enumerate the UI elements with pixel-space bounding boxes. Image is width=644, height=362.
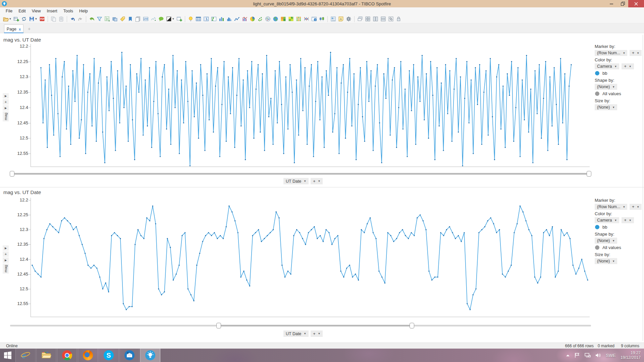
maximize-visualization-icon[interactable] — [387, 15, 395, 23]
marker-by-add-button[interactable]: + ▼ — [630, 204, 642, 210]
histogram-icon[interactable] — [225, 15, 233, 23]
pages-icon[interactable] — [134, 15, 142, 23]
marker-by-add-button[interactable]: + ▼ — [630, 50, 642, 56]
x-range-slider-handle-right[interactable] — [587, 171, 591, 177]
taskbar-chrome[interactable] — [57, 349, 77, 362]
cascade-windows-icon[interactable] — [356, 15, 364, 23]
x-range-slider-handle-left[interactable] — [216, 323, 221, 328]
tile-windows-icon[interactable] — [364, 15, 372, 23]
new-page-button[interactable]: + — [26, 26, 32, 32]
sparkline-icon[interactable] — [150, 15, 157, 23]
color-by-dropdown[interactable]: Camera ▼ — [595, 217, 619, 223]
combination-chart-icon[interactable] — [241, 15, 249, 23]
open-file-icon[interactable]: ▼ — [2, 15, 12, 23]
tray-network-icon[interactable] — [585, 353, 591, 358]
export-pdf-icon[interactable]: PDF — [38, 15, 46, 23]
back-icon[interactable] — [88, 15, 96, 23]
comment-icon[interactable] — [157, 15, 165, 23]
start-button[interactable] — [0, 349, 15, 362]
tray-expand-icon[interactable] — [566, 354, 570, 357]
line-chart-plot[interactable] — [31, 44, 590, 167]
paste-icon[interactable] — [57, 15, 65, 23]
details-icon[interactable]: i — [310, 15, 318, 23]
taskbar-internet-explorer[interactable]: e — [15, 349, 36, 362]
shape-by-dropdown[interactable]: (None) ▼ — [595, 84, 617, 90]
heat-map-icon[interactable] — [287, 15, 295, 23]
color-legend-item[interactable]: bb — [595, 225, 644, 230]
refresh-icon[interactable] — [20, 15, 28, 23]
size-by-dropdown[interactable]: (None) ▼ — [595, 104, 617, 110]
undo-icon[interactable] — [69, 15, 76, 23]
layers-icon[interactable] — [111, 15, 119, 23]
settings-icon[interactable] — [345, 15, 353, 23]
x-range-slider-handle-right[interactable] — [410, 323, 414, 328]
treemap-icon[interactable] — [279, 15, 287, 23]
y-axis-expand2-icon[interactable]: ▶ — [3, 105, 9, 111]
marker-by-dropdown[interactable]: (Row Num... ▼ — [595, 204, 627, 210]
taskbar-file-explorer[interactable] — [36, 349, 56, 362]
kpi-chart-icon[interactable] — [295, 15, 303, 23]
summary-table-icon[interactable]: Σ — [202, 15, 210, 23]
add-data-table-icon[interactable] — [12, 15, 20, 23]
menu-help[interactable]: Help — [76, 9, 91, 13]
x-axis-dropdown[interactable]: UT Date ▼ — [283, 178, 309, 184]
size-by-dropdown[interactable]: (None) ▼ — [595, 258, 617, 264]
annotation-icon[interactable]: A — [337, 15, 345, 23]
tab-page[interactable]: Page x — [4, 24, 23, 33]
bookmark-icon[interactable] — [126, 15, 134, 23]
map-chart-icon[interactable] — [272, 15, 279, 23]
x-range-slider-selection[interactable] — [219, 325, 412, 326]
tray-language[interactable]: SWE — [606, 353, 616, 358]
tile-horizontal-icon[interactable] — [379, 15, 387, 23]
minimize-button[interactable] — [606, 0, 617, 7]
bar-chart-icon[interactable] — [218, 15, 225, 23]
redo-icon[interactable] — [76, 15, 84, 23]
filter-icon[interactable] — [96, 15, 103, 23]
table-icon[interactable] — [195, 15, 202, 23]
menu-edit[interactable]: Edit — [15, 9, 29, 13]
marker-by-dropdown[interactable]: (Row Num... ▼ — [595, 50, 627, 56]
html-icon[interactable]: HTTP — [142, 15, 150, 23]
y-axis-add-button[interactable]: + — [3, 99, 9, 105]
save-icon[interactable]: ▼ — [28, 15, 38, 23]
tray-volume-icon[interactable] — [595, 353, 601, 358]
x-range-slider-selection[interactable] — [12, 173, 589, 175]
taskbar-firefox[interactable] — [78, 349, 98, 362]
x-axis-add-button[interactable]: + ▼ — [311, 330, 323, 337]
y-axis-label[interactable]: mag — [3, 263, 9, 274]
box-plot-icon[interactable] — [318, 15, 326, 23]
all-values-legend-item[interactable]: All values — [595, 91, 644, 96]
all-values-legend-item[interactable]: All values — [595, 245, 644, 250]
color-legend-item[interactable]: bb — [595, 71, 644, 76]
cross-table-icon[interactable] — [210, 15, 218, 23]
lock-icon[interactable] — [395, 15, 402, 23]
x-axis-dropdown[interactable]: UT Date ▼ — [283, 330, 309, 337]
y-axis-expand2-icon[interactable]: ▶ — [3, 257, 9, 263]
menu-view[interactable]: View — [29, 9, 44, 13]
menu-insert[interactable]: Insert — [44, 9, 60, 13]
add-visualization-icon[interactable] — [175, 15, 183, 23]
line-chart-plot[interactable] — [31, 198, 590, 317]
scatter-3d-icon[interactable] — [264, 15, 272, 23]
x-axis-add-button[interactable]: + ▼ — [311, 178, 323, 184]
y-axis-expand-icon[interactable]: ▶ — [3, 93, 9, 99]
parallel-coordinates-icon[interactable] — [303, 15, 310, 23]
tag-icon[interactable] — [119, 15, 126, 23]
contrast-icon[interactable]: ▼ — [165, 15, 175, 23]
menu-tools[interactable]: Tools — [60, 9, 76, 13]
copy-icon[interactable] — [50, 15, 57, 23]
restore-button[interactable] — [617, 0, 628, 7]
shape-by-dropdown[interactable]: (None) ▼ — [595, 238, 617, 244]
line-chart-icon[interactable] — [233, 15, 241, 23]
color-by-add-button[interactable]: + ▼ — [622, 63, 634, 69]
close-button[interactable] — [628, 0, 644, 7]
taskbar-skype[interactable]: S — [99, 349, 119, 362]
tile-vertical-icon[interactable] — [372, 15, 379, 23]
lightbulb-icon[interactable] — [187, 15, 195, 23]
y-axis-add-button[interactable]: + — [3, 251, 9, 257]
y-axis-label[interactable]: mag — [3, 111, 9, 121]
color-by-add-button[interactable]: + ▼ — [622, 217, 634, 223]
x-range-slider-handle-left[interactable] — [10, 171, 14, 177]
tray-clock[interactable]: 19:27 19/12/2017 — [621, 351, 641, 360]
scatter-plot-icon[interactable] — [256, 15, 264, 23]
